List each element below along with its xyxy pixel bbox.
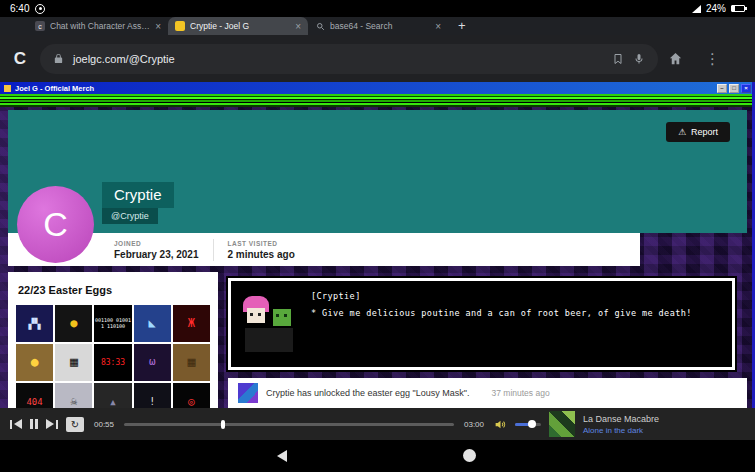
close-tab-icon[interactable]: × bbox=[155, 21, 161, 32]
window-title: Joel G - Official Merch bbox=[15, 84, 94, 93]
mic-icon[interactable] bbox=[633, 53, 645, 65]
url-text[interactable]: joelgc.com/@Cryptie bbox=[73, 53, 603, 65]
seek-slider[interactable] bbox=[124, 423, 454, 426]
web-page: Joel G - Official Merch – □ × ⚠ Report C… bbox=[0, 82, 755, 408]
notification-icon bbox=[35, 4, 45, 14]
elapsed-time: 00:55 bbox=[92, 420, 116, 429]
loop-button[interactable]: ↻ bbox=[66, 417, 84, 432]
easter-egg-tile[interactable]: 404 bbox=[16, 383, 53, 408]
search-icon bbox=[315, 21, 325, 31]
profile-identity: Cryptie @Cryptie bbox=[102, 182, 174, 224]
volume-thumb[interactable] bbox=[528, 420, 536, 428]
easter-egg-tile[interactable]: ● bbox=[55, 305, 92, 342]
easter-egg-tile[interactable]: ω bbox=[134, 344, 171, 381]
easter-egg-tile[interactable]: ● bbox=[16, 344, 53, 381]
joined-label: JOINED bbox=[114, 240, 199, 247]
back-button[interactable] bbox=[277, 450, 287, 462]
easter-egg-grid: ▞▚●001100 010011 110100◣Ж●▦83:33ω▦404☠▲!… bbox=[16, 305, 210, 408]
easter-egg-tile[interactable]: 83:33 bbox=[94, 344, 131, 381]
feed-avatar bbox=[238, 383, 258, 403]
easter-eggs-title: 22/23 Easter Eggs bbox=[18, 284, 210, 296]
last-visited-label: LAST VISITED bbox=[228, 240, 295, 247]
android-navbar bbox=[0, 440, 755, 472]
clock: 6:40 bbox=[10, 3, 29, 14]
tab-favicon bbox=[175, 21, 185, 31]
report-label: Report bbox=[691, 127, 718, 137]
track-title: La Danse Macabre bbox=[583, 414, 659, 424]
tab-favicon: c bbox=[35, 21, 45, 31]
profile-handle: @Cryptie bbox=[102, 208, 158, 224]
easter-egg-tile[interactable]: ◣ bbox=[134, 305, 171, 342]
lock-icon[interactable] bbox=[53, 53, 64, 64]
album-art bbox=[549, 411, 575, 437]
easter-egg-tile[interactable]: ▦ bbox=[173, 344, 210, 381]
avatar-letter: C bbox=[43, 205, 68, 244]
feed-timestamp: 37 minutes ago bbox=[492, 388, 550, 398]
dialogue-text: [Cryptie] * Give me delicious poutine an… bbox=[299, 281, 732, 318]
last-visited-value: 2 minutes ago bbox=[228, 249, 295, 260]
volume-slider[interactable] bbox=[515, 423, 541, 426]
dialogue-speaker: [Cryptie] bbox=[311, 291, 720, 301]
tab-character-chat[interactable]: c Chat with Character Assista × bbox=[28, 17, 168, 35]
previous-track-button[interactable] bbox=[10, 419, 22, 429]
speaker-icon[interactable] bbox=[494, 418, 507, 431]
close-button[interactable]: × bbox=[741, 84, 751, 93]
tab-label: base64 - Search bbox=[330, 21, 430, 31]
tab-label: Cryptie - Joel G bbox=[190, 21, 290, 31]
window-titlebar: Joel G - Official Merch – □ × bbox=[0, 82, 755, 94]
browser-logo-icon[interactable]: C bbox=[10, 49, 30, 69]
easter-egg-tile[interactable]: ☠ bbox=[55, 383, 92, 408]
tab-strip: c Chat with Character Assista × Cryptie … bbox=[0, 17, 755, 35]
dialogue-line: * Give me delicious poutine and a can of… bbox=[311, 308, 720, 318]
battery-icon bbox=[731, 5, 745, 12]
media-player: ↻ 00:55 03:00 La Danse Macabre Alone in … bbox=[0, 408, 755, 440]
feed-item[interactable]: Cryptie has unlocked the easter egg "Lou… bbox=[228, 378, 747, 408]
home-button[interactable] bbox=[463, 449, 476, 462]
window-icon bbox=[4, 85, 11, 92]
glitch-banner bbox=[0, 94, 755, 107]
minimize-button[interactable]: – bbox=[717, 84, 727, 93]
report-button[interactable]: ⚠ Report bbox=[666, 122, 730, 142]
easter-egg-tile[interactable]: ▦ bbox=[55, 344, 92, 381]
joined-value: February 23, 2021 bbox=[114, 249, 199, 260]
close-tab-icon[interactable]: × bbox=[295, 21, 301, 32]
easter-eggs-panel: 22/23 Easter Eggs ▞▚●001100 010011 11010… bbox=[8, 272, 218, 408]
close-tab-icon[interactable]: × bbox=[435, 21, 441, 32]
browser-menu-icon[interactable]: ⋮ bbox=[705, 50, 720, 68]
status-bar: 6:40 24% bbox=[0, 0, 755, 17]
easter-egg-tile[interactable]: ▞▚ bbox=[16, 305, 53, 342]
feed-text: Cryptie has unlocked the easter egg "Lou… bbox=[266, 388, 470, 398]
browser-toolbar: C joelgc.com/@Cryptie ⋮ bbox=[0, 35, 755, 82]
total-time: 03:00 bbox=[462, 420, 486, 429]
battery-percent: 24% bbox=[706, 3, 726, 14]
tab-base64-search[interactable]: base64 - Search × bbox=[308, 17, 448, 35]
screen: 6:40 24% c Chat with Character Assista ×… bbox=[0, 0, 755, 472]
progress-thumb[interactable] bbox=[221, 420, 225, 429]
warning-icon: ⚠ bbox=[678, 127, 686, 137]
avatar: C bbox=[17, 186, 94, 263]
joined-group: JOINED February 23, 2021 bbox=[100, 240, 213, 260]
profile-name: Cryptie bbox=[102, 182, 174, 208]
easter-egg-tile[interactable]: ◎ bbox=[173, 383, 210, 408]
pause-button[interactable] bbox=[30, 419, 38, 429]
url-bar[interactable]: joelgc.com/@Cryptie bbox=[40, 44, 658, 74]
track-info: La Danse Macabre Alone in the dark bbox=[583, 414, 659, 435]
bookmark-icon[interactable] bbox=[612, 53, 624, 65]
easter-egg-tile[interactable]: Ж bbox=[173, 305, 210, 342]
tab-cryptie-joelg[interactable]: Cryptie - Joel G × bbox=[168, 17, 308, 35]
track-subtitle-link[interactable]: Alone in the dark bbox=[583, 426, 659, 435]
dialogue-box: [Cryptie] * Give me delicious poutine an… bbox=[228, 278, 735, 370]
next-track-button[interactable] bbox=[46, 419, 58, 429]
home-icon[interactable] bbox=[668, 51, 683, 66]
profile-info-strip: JOINED February 23, 2021 LAST VISITED 2 … bbox=[8, 233, 640, 266]
easter-egg-tile[interactable]: ▲ bbox=[94, 383, 131, 408]
dialogue-portrait bbox=[241, 294, 299, 354]
signal-icon bbox=[692, 5, 701, 13]
tab-label: Chat with Character Assista bbox=[50, 21, 150, 31]
last-visited-group: LAST VISITED 2 minutes ago bbox=[214, 240, 309, 260]
new-tab-button[interactable]: + bbox=[458, 18, 466, 33]
easter-egg-tile[interactable]: 001100 010011 110100 bbox=[94, 305, 131, 342]
easter-egg-tile[interactable]: ! bbox=[134, 383, 171, 408]
maximize-button[interactable]: □ bbox=[729, 84, 739, 93]
